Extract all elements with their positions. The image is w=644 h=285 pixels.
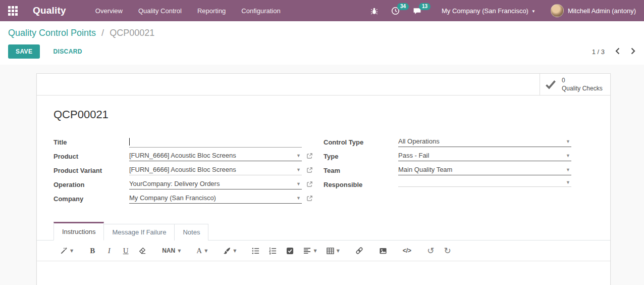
dropdown-caret-icon[interactable]: ▼ xyxy=(296,167,301,172)
undo-icon[interactable]: ↺ xyxy=(427,246,434,256)
italic-icon[interactable]: I xyxy=(105,247,113,255)
link-icon[interactable] xyxy=(355,247,363,255)
company-switcher[interactable]: My Company (San Francisco)▼ xyxy=(442,7,535,15)
tab-instructions[interactable]: Instructions xyxy=(53,222,104,241)
dropdown-caret-icon[interactable]: ▼ xyxy=(296,181,301,186)
external-link-icon[interactable] xyxy=(306,165,313,175)
tab-notes[interactable]: Notes xyxy=(175,224,208,241)
apps-menu-icon[interactable] xyxy=(8,6,18,16)
breadcrumb-current: QCP00021 xyxy=(110,28,154,38)
stat-label: Quality Checks xyxy=(562,84,603,92)
text-caret xyxy=(129,138,130,146)
team-input[interactable]: Main Quality Team ▼ xyxy=(398,165,571,175)
quality-checks-stat-button[interactable]: 0 Quality Checks xyxy=(540,74,610,95)
check-icon xyxy=(545,79,556,89)
responsible-input[interactable]: ▼ xyxy=(398,179,571,187)
checklist-icon[interactable] xyxy=(286,247,294,255)
title-field-label: Title xyxy=(53,137,129,146)
underline-icon[interactable]: U xyxy=(122,247,129,255)
code-view-icon[interactable]: </> xyxy=(403,247,411,254)
caret-down-icon: ▼ xyxy=(531,9,535,14)
external-link-icon[interactable] xyxy=(306,151,313,161)
dropdown-caret-icon[interactable]: ▼ xyxy=(566,153,570,158)
responsible-field-label: Responsible xyxy=(324,179,398,188)
form-card: 0 Quality Checks QCP00021 Title xyxy=(36,73,611,285)
dropdown-caret-icon[interactable]: ▼ xyxy=(566,167,570,172)
breadcrumb-parent-link[interactable]: Quality Control Points xyxy=(8,28,96,38)
control-panel: Quality Control Points / QCP00021 SAVE D… xyxy=(0,21,644,65)
breadcrumb: Quality Control Points / QCP00021 xyxy=(8,28,636,38)
user-avatar[interactable] xyxy=(551,4,564,17)
menu-configuration[interactable]: Configuration xyxy=(241,7,280,15)
top-navbar: Quality Overview Quality Control Reporti… xyxy=(0,0,644,21)
form-sheet: QCP00021 Title Product [FURN_6666] xyxy=(37,96,610,208)
control-type-field-label: Control Type xyxy=(324,137,398,146)
company-input[interactable]: My Company (San Francisco) ▼ xyxy=(129,194,302,204)
save-button[interactable]: SAVE xyxy=(8,44,40,59)
user-menu[interactable]: Mitchell Admin (antony) xyxy=(568,7,636,15)
discard-button[interactable]: DISCARD xyxy=(48,44,87,59)
pager-previous-button[interactable] xyxy=(615,48,620,56)
company-field-label: Company xyxy=(53,194,129,203)
highlight-brush-icon[interactable]: ▼ xyxy=(223,247,236,255)
app-brand[interactable]: Quality xyxy=(33,5,66,16)
menu-reporting[interactable]: Reporting xyxy=(197,7,226,15)
message-count-badge: 13 xyxy=(419,3,431,10)
operation-input[interactable]: YourCompany: Delivery Orders ▼ xyxy=(129,179,302,189)
redo-icon[interactable]: ↻ xyxy=(444,246,451,256)
tab-bar: Instructions Message If Failure Notes xyxy=(37,222,610,241)
bold-icon[interactable]: B xyxy=(89,247,96,255)
tab-message-if-failure[interactable]: Message If Failure xyxy=(104,224,175,241)
stat-value: 0 xyxy=(562,76,603,84)
control-type-select[interactable]: All Operations ▼ xyxy=(398,137,571,147)
style-magic-wand-icon[interactable]: ▼ xyxy=(60,247,73,255)
button-box: 0 Quality Checks xyxy=(37,74,610,96)
dropdown-caret-icon[interactable]: ▼ xyxy=(296,153,301,158)
image-icon[interactable] xyxy=(379,247,387,255)
debug-bug-icon[interactable] xyxy=(370,7,378,15)
unordered-list-icon[interactable] xyxy=(252,247,259,255)
activity-count-badge: 34 xyxy=(397,3,409,10)
pager-count: 1 / 3 xyxy=(592,48,605,56)
product-variant-input[interactable]: [FURN_6666] Acoustic Bloc Screens ▼ xyxy=(129,165,302,175)
product-input[interactable]: [FURN_6666] Acoustic Bloc Screens ▼ xyxy=(129,151,302,161)
ordered-list-icon[interactable] xyxy=(269,247,277,255)
activities-clock-icon[interactable]: 34 xyxy=(391,7,400,15)
editor-toolbar: ▼ B I U NAN▼ A▼ ▼ xyxy=(37,241,610,261)
dropdown-caret-icon[interactable]: ▼ xyxy=(296,196,301,201)
messages-chat-icon[interactable]: 13 xyxy=(413,7,421,15)
type-select[interactable]: Pass - Fail ▼ xyxy=(398,151,571,161)
external-link-icon[interactable] xyxy=(306,194,313,204)
operation-field-label: Operation xyxy=(53,179,129,188)
product-field-label: Product xyxy=(53,151,129,160)
font-size-dropdown[interactable]: NAN▼ xyxy=(162,247,181,254)
align-dropdown-icon[interactable]: ▼ xyxy=(303,247,316,255)
pager-next-button[interactable] xyxy=(630,48,636,56)
menu-quality-control[interactable]: Quality Control xyxy=(138,7,182,15)
notebook: Instructions Message If Failure Notes ▼ … xyxy=(37,222,610,261)
external-link-icon[interactable] xyxy=(306,179,313,189)
menu-overview[interactable]: Overview xyxy=(95,7,123,15)
content-area: 0 Quality Checks QCP00021 Title xyxy=(0,65,644,285)
table-dropdown-icon[interactable]: ▼ xyxy=(327,247,340,255)
font-color-dropdown[interactable]: A▼ xyxy=(196,247,207,255)
type-field-label: Type xyxy=(324,151,398,160)
record-name-title: QCP00021 xyxy=(53,108,594,121)
dropdown-caret-icon[interactable]: ▼ xyxy=(566,139,570,144)
eraser-icon[interactable] xyxy=(139,247,146,255)
dropdown-caret-icon[interactable]: ▼ xyxy=(566,180,570,185)
team-field-label: Team xyxy=(324,165,398,174)
product-variant-field-label: Product Variant xyxy=(53,165,129,174)
breadcrumb-separator: / xyxy=(101,28,104,38)
title-input[interactable] xyxy=(129,137,302,148)
